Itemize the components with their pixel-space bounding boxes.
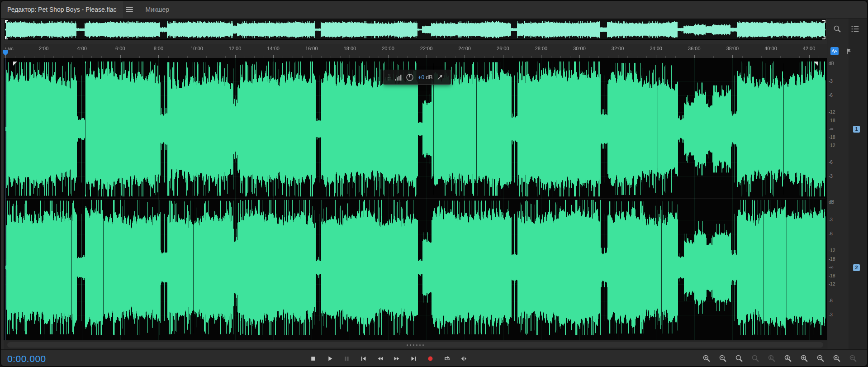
panel-menu-icon[interactable] xyxy=(125,6,134,13)
pause-button[interactable] xyxy=(340,352,353,365)
zoom-scrollbar-track[interactable] xyxy=(4,340,827,349)
ruler-tick-label: 8:00 xyxy=(154,46,163,51)
ruler-tick-label: 24:00 xyxy=(458,46,471,51)
play-button[interactable] xyxy=(323,352,337,365)
zoom-in-button[interactable] xyxy=(701,353,712,364)
ruler-tick xyxy=(206,56,207,58)
playhead-line xyxy=(5,58,6,340)
db-scale-label: -12 xyxy=(829,110,847,115)
ruler-tick-label: 18:00 xyxy=(344,46,356,51)
ruler-tick xyxy=(254,56,255,58)
ruler-tick xyxy=(656,55,656,58)
ruler-tick-label: 42:00 xyxy=(803,46,816,51)
db-scale-label: -12 xyxy=(829,281,847,287)
ruler-tick xyxy=(618,55,618,58)
ruler-tick xyxy=(398,56,398,58)
ruler-tick xyxy=(799,56,800,58)
ruler-tick xyxy=(168,56,169,58)
overview-range-handle-left-top[interactable] xyxy=(5,20,8,23)
db-scale-label: -3 xyxy=(829,217,847,223)
hud-grip[interactable] xyxy=(388,74,391,81)
hud-expand-arrow-icon[interactable] xyxy=(436,74,443,81)
ruler-tick xyxy=(465,55,465,58)
ruler-tick-label: 38:00 xyxy=(726,46,739,51)
ruler-tick xyxy=(5,55,6,58)
overview-range-handle-right-bottom[interactable] xyxy=(822,36,825,39)
view-edge-marker-right[interactable] xyxy=(814,62,818,66)
waveform-area: +0dB xyxy=(4,58,827,340)
hud-gain-value[interactable]: +0 xyxy=(418,74,424,81)
go-to-end-button[interactable] xyxy=(407,352,420,365)
stop-button[interactable] xyxy=(307,352,320,365)
ruler-tick xyxy=(360,56,360,58)
marker-icon[interactable] xyxy=(844,46,854,56)
ruler-icon-group xyxy=(830,46,854,56)
view-edge-marker-left[interactable] xyxy=(13,62,17,66)
ruler-tick-label: 40:00 xyxy=(764,46,777,51)
ruler-tick xyxy=(704,56,704,58)
time-display[interactable]: 0:00.000 xyxy=(7,353,46,364)
ruler-tick xyxy=(369,56,370,58)
skip-to-selection-button[interactable] xyxy=(457,352,470,365)
db-scale-label: -3 xyxy=(829,79,847,84)
loop-playback-button[interactable] xyxy=(441,352,454,365)
ruler-tick xyxy=(742,56,743,58)
ruler-tick xyxy=(809,55,810,58)
rewind-button[interactable] xyxy=(374,352,387,365)
ruler-tick xyxy=(646,56,647,58)
ruler-tick xyxy=(637,56,637,58)
ruler-tick xyxy=(761,56,762,58)
zoom-in-amplitude-button[interactable] xyxy=(831,353,842,364)
fast-forward-button[interactable] xyxy=(390,352,403,365)
zoom-selection-in-point-button[interactable] xyxy=(766,353,777,364)
tab-editor-label: Редактор: Pet Shop Boys - Please.flac xyxy=(7,6,117,13)
main-waveform-canvas[interactable] xyxy=(5,58,825,340)
ruler-tick xyxy=(579,55,580,58)
time-display-icon[interactable] xyxy=(830,47,839,55)
ruler-tick xyxy=(732,55,733,58)
ruler-tick xyxy=(541,55,541,58)
ruler-tick xyxy=(72,56,73,58)
ruler-tick-label: 32:00 xyxy=(612,46,624,51)
zoom-out-button[interactable] xyxy=(717,353,728,364)
zoom-full-button[interactable] xyxy=(734,353,745,364)
ruler-tick xyxy=(417,56,417,58)
ruler-tick xyxy=(101,56,102,58)
ruler-tick xyxy=(111,56,111,58)
zoom-in-time-button[interactable] xyxy=(799,353,810,364)
ruler-tick xyxy=(436,56,436,58)
file-overview-strip[interactable] xyxy=(5,19,826,40)
zoom-out-amplitude-button[interactable] xyxy=(848,353,859,364)
channel-badge-1[interactable]: 1 xyxy=(853,126,860,133)
overview-range-handle-right-top[interactable] xyxy=(822,20,825,23)
ruler-tick xyxy=(264,56,264,58)
overview-waveform[interactable] xyxy=(5,20,825,39)
overview-zoom-icon[interactable] xyxy=(832,24,842,34)
db-scale-label: -12 xyxy=(829,248,847,253)
tab-mixer[interactable]: Микшер xyxy=(139,1,175,18)
ruler-tick xyxy=(551,56,551,58)
zoom-selection-out-point-button[interactable] xyxy=(783,353,793,364)
db-scale-label: -12 xyxy=(829,143,847,148)
ruler-tick xyxy=(82,55,82,58)
zoom-out-time-button[interactable] xyxy=(815,353,826,364)
channel-badge-2[interactable]: 2 xyxy=(853,264,860,271)
ruler-tick xyxy=(570,56,570,58)
ruler-tick xyxy=(694,55,695,58)
overview-menu-icon[interactable] xyxy=(850,24,860,34)
ruler-tick-label: 14:00 xyxy=(267,46,280,51)
ruler-tick-label: 28:00 xyxy=(535,46,548,51)
go-to-start-button[interactable] xyxy=(357,352,370,365)
tab-mixer-label: Микшер xyxy=(146,6,169,13)
right-edge-column xyxy=(849,19,868,349)
zoom-to-selection-button[interactable] xyxy=(750,353,761,364)
db-scale-label: -18 xyxy=(829,135,847,140)
volume-knob[interactable] xyxy=(405,73,414,82)
record-button[interactable] xyxy=(424,352,437,365)
ruler-tick xyxy=(427,55,427,58)
overview-range-handle-left-bottom[interactable] xyxy=(5,36,8,39)
ruler-tick xyxy=(627,56,628,58)
zoom-scrollbar-handle[interactable] xyxy=(7,342,823,348)
timeline-ruler[interactable]: чмс 2:004:006:008:0010:0012:0014:0016:00… xyxy=(4,44,827,58)
tab-editor[interactable]: Редактор: Pet Shop Boys - Please.flac xyxy=(1,1,123,18)
